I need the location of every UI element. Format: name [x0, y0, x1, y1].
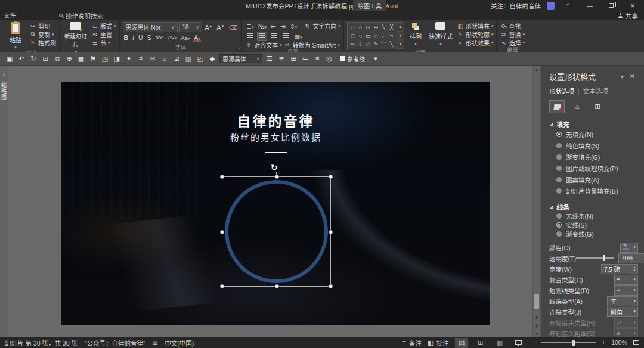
- tell-me-search[interactable]: 操作说明搜索: [59, 11, 103, 20]
- scroll-up-icon[interactable]: ▲: [533, 66, 540, 73]
- size-properties-icon[interactable]: ⊞: [590, 100, 605, 113]
- panel-close-icon[interactable]: ✕: [627, 73, 638, 80]
- font-dialog-launcher[interactable]: ⌟: [239, 43, 241, 51]
- fill-option-radio[interactable]: 图片或纹理填充(P): [549, 163, 638, 174]
- fill-option-radio[interactable]: 图案填充(A): [549, 174, 638, 185]
- shape-glyph[interactable]: △: [372, 32, 380, 40]
- font-color-button[interactable]: A▾: [193, 34, 202, 41]
- begin-arrow-type-dropdown[interactable]: ⇄▾: [614, 318, 638, 328]
- resize-handle-ne[interactable]: [329, 175, 333, 179]
- selection-bounding-box[interactable]: [222, 176, 331, 287]
- shapes-gallery[interactable]: ▱⌂⊡⊟╲╳□○▭△⌐¬⇨⇩◇✎⌒╲: [347, 22, 397, 49]
- qat-font-combo[interactable]: 思源黑体∨: [219, 54, 262, 63]
- fit-to-window-icon[interactable]: [633, 340, 639, 345]
- select-button[interactable]: ⇖选择▾: [500, 39, 525, 46]
- arrange-button[interactable]: 排列▾: [407, 22, 425, 46]
- underline-button[interactable]: U: [137, 34, 144, 41]
- reset-button[interactable]: ⟲重置: [91, 30, 116, 38]
- qat-icon[interactable]: ✶: [311, 55, 323, 63]
- align-right-button[interactable]: [269, 32, 279, 41]
- resize-handle-sw[interactable]: [220, 284, 224, 288]
- increase-indent-button[interactable]: ⇥: [279, 23, 287, 30]
- shape-glyph[interactable]: ⊡: [364, 23, 372, 32]
- qat-icon[interactable]: ⊿: [171, 55, 182, 63]
- qat-icon[interactable]: ◎: [323, 55, 335, 63]
- join-type-dropdown[interactable]: 斜角▾: [607, 307, 638, 317]
- clear-formatting-button[interactable]: ⌫: [227, 24, 239, 31]
- qat-icon[interactable]: ◆: [206, 55, 218, 63]
- bullets-button[interactable]: ≣▾: [245, 23, 255, 30]
- compound-type-dropdown[interactable]: ≡▾: [614, 275, 638, 285]
- resize-handle-n[interactable]: [275, 175, 279, 179]
- reading-view-button[interactable]: ▥: [493, 338, 506, 348]
- align-left-button[interactable]: [245, 32, 255, 41]
- shape-glyph[interactable]: ⊟: [372, 23, 380, 32]
- next-slide-button[interactable]: ⇟: [533, 322, 540, 330]
- line-option-radio[interactable]: 实线(S): [549, 220, 638, 229]
- zoom-out-button[interactable]: −: [531, 339, 535, 346]
- shapes-gallery-scroll[interactable]: ▴▾▾: [397, 22, 404, 49]
- title-divider-line[interactable]: [265, 152, 287, 153]
- rotation-handle-icon[interactable]: ↻: [271, 163, 278, 172]
- align-text-button[interactable]: ⇳对齐文本▾: [245, 41, 282, 49]
- shape-glyph[interactable]: ╲: [388, 40, 395, 48]
- qat-icon[interactable]: ↻: [27, 55, 39, 63]
- ribbon-display-options-icon[interactable]: ⌃: [561, 0, 576, 11]
- notes-button[interactable]: ≡备注: [402, 338, 422, 347]
- ribbon-tab[interactable]: 文件: [0, 11, 53, 20]
- shape-glyph[interactable]: ▱: [349, 23, 357, 32]
- qat-icon[interactable]: ⊕: [63, 55, 75, 63]
- spinner-arrows[interactable]: ▲▼: [631, 265, 637, 274]
- paste-button[interactable]: 粘贴▾: [4, 22, 27, 50]
- italic-button[interactable]: I: [131, 34, 135, 41]
- grow-font-button[interactable]: A▲: [204, 24, 214, 31]
- qat-icon[interactable]: ≔: [299, 55, 311, 63]
- shape-effects-button[interactable]: ◐形状效果▾: [457, 39, 494, 46]
- qat-icon[interactable]: ◳: [99, 55, 111, 63]
- qat-icon[interactable]: ▣: [4, 55, 16, 63]
- bold-button[interactable]: B: [123, 34, 130, 41]
- shape-glyph[interactable]: ⌐: [380, 32, 388, 40]
- slider-thumb[interactable]: [603, 255, 605, 261]
- vertical-scrollbar[interactable]: ▲ ⇞ ⇟ ▼: [532, 66, 541, 337]
- accessibility-icon[interactable]: ⊞: [152, 339, 157, 346]
- quick-styles-button[interactable]: 快速样式▾: [427, 22, 454, 46]
- columns-button[interactable]: ▦▾: [293, 33, 303, 40]
- qat-icon[interactable]: ☰: [264, 55, 275, 63]
- shape-glyph[interactable]: ▭: [364, 32, 372, 40]
- qat-icon[interactable]: ⚑: [87, 55, 99, 63]
- character-spacing-button[interactable]: AV▾: [166, 35, 178, 41]
- line-section-header[interactable]: ◢ 线条: [549, 202, 638, 212]
- avatar[interactable]: [547, 2, 555, 10]
- line-spacing-button[interactable]: ⇕▾: [289, 23, 298, 30]
- resize-handle-s[interactable]: [275, 284, 279, 288]
- scroll-down-icon[interactable]: ▼: [533, 330, 540, 337]
- fill-section-header[interactable]: ◢ 填充: [549, 119, 638, 129]
- qat-icon[interactable]: ▦: [75, 55, 87, 63]
- panel-menu-chevron-icon[interactable]: ▾: [618, 74, 627, 80]
- change-case-button[interactable]: Aa▾: [179, 35, 191, 41]
- normal-view-button[interactable]: ▤: [455, 338, 468, 348]
- qat-icon[interactable]: ▥: [182, 55, 194, 63]
- replace-button[interactable]: ⇄替换▾: [500, 30, 525, 38]
- fill-option-radio[interactable]: 无填充(N): [549, 129, 638, 140]
- previous-slide-button[interactable]: ⇞: [533, 313, 540, 321]
- fill-option-radio[interactable]: 渐变填充(G): [549, 151, 638, 163]
- strikethrough-button[interactable]: abc: [154, 35, 165, 41]
- line-option-radio[interactable]: 渐变线(G): [549, 229, 638, 238]
- resize-handle-nw[interactable]: [220, 175, 224, 179]
- qat-icon[interactable]: ✦: [123, 55, 135, 63]
- section-button[interactable]: ☰节▾: [91, 39, 116, 46]
- qat-overflow-chevron[interactable]: ▾: [370, 55, 382, 63]
- qat-icon[interactable]: ◰: [194, 55, 206, 63]
- line-width-spinner[interactable]: 7.5 磅▲▼: [601, 264, 638, 274]
- shape-glyph[interactable]: ╲: [380, 23, 388, 32]
- qat-icon[interactable]: ⊡: [39, 55, 51, 63]
- qat-icon[interactable]: ⊞: [287, 55, 299, 63]
- qat-icon[interactable]: ⌗: [135, 55, 147, 63]
- shape-glyph[interactable]: ✎: [372, 40, 380, 48]
- shape-glyph[interactable]: ╳: [388, 23, 395, 32]
- new-slide-button[interactable]: 新建幻灯片▾: [63, 22, 89, 54]
- copy-button[interactable]: ⧉复制▾: [29, 30, 56, 38]
- qat-icon[interactable]: ≋: [275, 55, 287, 63]
